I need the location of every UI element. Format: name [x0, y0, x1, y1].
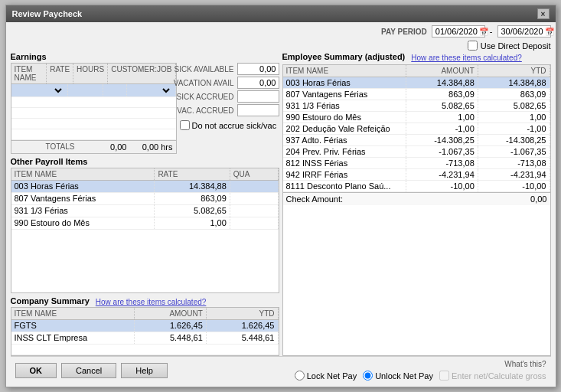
- company-row-3: [11, 345, 279, 355]
- emp-cell-ytd-8: -713,08: [478, 158, 550, 168]
- other-payroll-body: 003 Horas Férias 14.384,88 807 Vantagens…: [11, 181, 279, 230]
- emp-cell-amount-3: 5.082,65: [406, 100, 478, 111]
- whats-this-link[interactable]: What's this?: [504, 360, 546, 368]
- company-col-name: ITEM NAME: [11, 308, 135, 319]
- earnings-item-select[interactable]: [15, 85, 65, 96]
- other-cell-name-2: 807 Vantagens Férias: [11, 193, 155, 204]
- emp-cell-amount-2: 863,09: [406, 89, 478, 100]
- emp-row-5[interactable]: 202 Dedução Vale Refeição -1,00 -1,00: [283, 123, 550, 135]
- other-row-4[interactable]: 990 Estouro do Mês 1,00: [11, 217, 279, 230]
- bottom-buttons-bar: OK Cancel Help What's this? Lock Net Pay…: [11, 356, 551, 384]
- emp-row-4[interactable]: 990 Estouro do Mês 1,00 1,00: [283, 112, 550, 123]
- dialog-content: PAY PERIOD 01/06/2020 📅 - 30/06/2020 📅 U…: [6, 22, 556, 387]
- other-col-rate: RATE: [155, 168, 230, 180]
- emp-col-name: ITEM NAME: [283, 65, 407, 77]
- ok-button[interactable]: OK: [15, 363, 57, 378]
- pay-period-label: PAY PERIOD: [381, 28, 427, 36]
- emp-row-6[interactable]: 937 Adto. Férias -14.308,25 -14.308,25: [283, 135, 550, 146]
- check-amount-value: 0,00: [486, 194, 547, 204]
- earnings-totals-label: TOTALS: [15, 142, 81, 152]
- company-how-calculated[interactable]: How are these items calculated?: [96, 298, 207, 306]
- lock-net-pay-label: Lock Net Pay: [307, 371, 357, 381]
- main-panels: Earnings ITEM NAME RATE HOURS CUSTOMER:J…: [11, 52, 551, 356]
- emp-cell-name-5: 202 Dedução Vale Refeição: [283, 123, 407, 134]
- company-summary-title: Company Summary: [11, 296, 90, 305]
- sick-available-label: SICK AVAILABLE: [174, 65, 233, 74]
- sick-available-row: SICK AVAILABLE: [180, 63, 279, 75]
- emp-cell-name-1: 003 Horas Férias: [283, 77, 407, 88]
- emp-cell-name-4: 990 Estouro do Mês: [283, 112, 407, 122]
- emp-cell-ytd-4: 1,00: [478, 112, 550, 122]
- company-row-2[interactable]: INSS CLT Empresa 5.448,61 5.448,61: [11, 332, 279, 345]
- emp-row-7[interactable]: 204 Prev. Priv. Férias -1.067,35 -1.067,…: [283, 146, 550, 158]
- net-pay-radio-group: Lock Net Pay Unlock Net Pay Enter net/Ca…: [295, 371, 546, 381]
- emp-row-8[interactable]: 812 INSS Férias -713,08 -713,08: [283, 158, 550, 169]
- direct-deposit-checkbox[interactable]: [468, 41, 478, 51]
- earnings-col-customer-job: CUSTOMER:JOB: [108, 64, 175, 83]
- other-row-1[interactable]: 003 Horas Férias 14.384,88: [11, 181, 279, 193]
- company-cell-amount-1: 1.626,45: [135, 320, 207, 332]
- other-row-2[interactable]: 807 Vantagens Férias 863,09: [11, 193, 279, 205]
- close-button[interactable]: ×: [537, 8, 550, 19]
- employee-summary-section: Employee Summary (adjusted) How are thes…: [282, 52, 551, 356]
- emp-cell-ytd-10: -10,00: [478, 181, 550, 191]
- sick-accrued-input[interactable]: [237, 90, 279, 103]
- pay-period-from-field[interactable]: 01/06/2020 📅: [432, 25, 485, 38]
- earnings-col-rate: RATE: [47, 64, 73, 83]
- check-amount-row: Check Amount: 0,00: [283, 192, 550, 205]
- other-cell-qty-1: [230, 181, 279, 192]
- emp-cell-amount-8: -713,08: [406, 158, 478, 168]
- help-button[interactable]: Help: [121, 363, 168, 378]
- other-cell-qty-2: [230, 193, 279, 204]
- emp-cell-amount-1: 14.384,88: [406, 77, 478, 88]
- bottom-right-area: What's this? Lock Net Pay Unlock Net Pay…: [295, 360, 546, 381]
- sick-available-input[interactable]: [237, 63, 279, 75]
- earnings-grid: ITEM NAME RATE HOURS CUSTOMER:JOB: [11, 63, 177, 154]
- company-col-ytd: YTD: [207, 308, 279, 319]
- emp-row-10[interactable]: 8111 Desconto Plano Saú... -10,00 -10,00: [283, 181, 550, 192]
- lock-net-pay-radio[interactable]: [295, 371, 305, 381]
- other-row-3[interactable]: 931 1/3 Férias 5.082,65: [11, 205, 279, 217]
- unlock-net-pay-radio[interactable]: [363, 371, 373, 381]
- company-summary-body: FGTS 1.626,45 1.626,45 INSS CLT Empresa …: [11, 320, 279, 355]
- emp-cell-amount-4: 1,00: [406, 112, 478, 122]
- vacation-avail-input[interactable]: [237, 77, 279, 89]
- unlock-net-pay-item: Unlock Net Pay: [363, 371, 433, 381]
- emp-row-3[interactable]: 931 1/3 Férias 5.082,65 5.082,65: [283, 100, 550, 112]
- earnings-job-select[interactable]: [130, 85, 172, 96]
- right-panel: Employee Summary (adjusted) How are thes…: [282, 52, 551, 356]
- do-not-accrue-checkbox[interactable]: [180, 120, 190, 130]
- emp-cell-name-3: 931 1/3 Férias: [283, 100, 407, 111]
- emp-cell-ytd-9: -4.231,94: [478, 169, 550, 180]
- pay-period-to-value: 30/06/2020: [501, 27, 543, 36]
- emp-row-2[interactable]: 807 Vantagens Férias 863,09 863,09: [283, 89, 550, 100]
- pay-period-to-field[interactable]: 30/06/2020 📅: [497, 25, 551, 38]
- calendar-to-icon[interactable]: 📅: [545, 28, 554, 36]
- emp-summary-header-row: Employee Summary (adjusted) How are thes…: [282, 52, 551, 63]
- other-col-item-name: ITEM NAME: [11, 168, 155, 180]
- vacation-avail-row: VACATION AVAIL: [180, 77, 279, 89]
- emp-how-calculated[interactable]: How are these items calculated?: [411, 54, 522, 62]
- emp-cell-ytd-2: 863,09: [478, 89, 550, 100]
- other-cell-name-4: 990 Estouro do Mês: [11, 217, 155, 229]
- direct-deposit-label: Use Direct Deposit: [481, 41, 551, 51]
- earnings-cell-name-1: [11, 84, 69, 96]
- emp-row-9[interactable]: 942 IRRF Férias -4.231,94 -4.231,94: [283, 169, 550, 181]
- emp-row-1[interactable]: 003 Horas Férias 14.384,88 14.384,88: [283, 77, 550, 89]
- left-panel: Earnings ITEM NAME RATE HOURS CUSTOMER:J…: [11, 52, 279, 356]
- company-summary-section: Company Summary How are these items calc…: [11, 296, 279, 356]
- enter-net-checkbox: [439, 371, 449, 381]
- emp-cell-ytd-5: -1,00: [478, 123, 550, 134]
- earnings-row-1[interactable]: [11, 84, 176, 97]
- vac-accrued-input[interactable]: [237, 104, 279, 116]
- company-summary-grid: ITEM NAME AMOUNT YTD FGTS 1.626,45 1.626…: [11, 307, 279, 356]
- other-cell-rate-1: 14.384,88: [155, 181, 230, 192]
- emp-summary-body: 003 Horas Férias 14.384,88 14.384,88 807…: [283, 77, 550, 192]
- other-cell-name-1: 003 Horas Férias: [11, 181, 155, 192]
- other-cell-rate-3: 5.082,65: [155, 205, 230, 217]
- calendar-from-icon[interactable]: 📅: [479, 28, 488, 36]
- emp-summary-title: Employee Summary (adjusted): [282, 52, 406, 61]
- earnings-grid-body: [11, 84, 176, 140]
- company-row-1[interactable]: FGTS 1.626,45 1.626,45: [11, 320, 279, 332]
- cancel-button[interactable]: Cancel: [61, 363, 116, 378]
